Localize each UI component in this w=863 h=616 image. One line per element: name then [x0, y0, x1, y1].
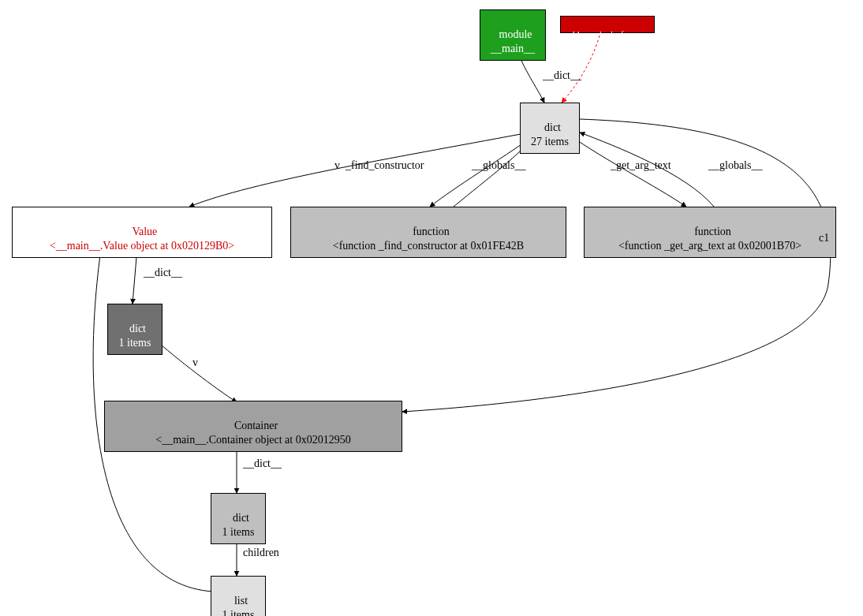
edge-label-children: children	[243, 547, 279, 559]
node-container: Container <__main__.Container object at …	[104, 401, 402, 452]
edge-label-get-arg-text: _get_arg_text	[611, 159, 671, 172]
label: function <function _get_arg_text at 0x02…	[618, 226, 801, 252]
label: Value <__main__.Value object at 0x020129…	[50, 226, 234, 252]
edge-label-v2: v	[192, 357, 198, 369]
label: list 1 items	[222, 595, 255, 616]
node-dict-1a: dict 1 items	[107, 304, 163, 355]
edge-label-find-constructor: _find_constructor	[346, 159, 424, 172]
label: dict 27 items	[531, 121, 569, 147]
label: module __main__	[491, 28, 535, 54]
node-value: Value <__main__.Value object at 0x020129…	[12, 207, 272, 258]
node-function-get-arg-text: function <function _get_arg_text at 0x02…	[584, 207, 836, 258]
edge-label-dict-value: __dict__	[144, 267, 182, 279]
label: function <function _find_constructor at …	[333, 226, 524, 252]
edge-label-c1: c1	[819, 232, 829, 245]
edge-label-dict-container: __dict__	[243, 457, 282, 470]
edge-label-globals-1: __globals__	[472, 159, 525, 172]
node-dict-27: dict 27 items	[520, 103, 580, 154]
node-backreferences: 14 more backreferences	[560, 16, 655, 33]
node-dict-1b: dict 1 items	[211, 493, 266, 544]
label: dict 1 items	[222, 512, 255, 538]
label: Container <__main__.Container object at …	[155, 420, 350, 446]
label: 14 more backreferences	[572, 30, 648, 39]
edge-label-v: v	[334, 159, 340, 172]
edge-label-dict-module: __dict__	[543, 69, 581, 82]
label: dict 1 items	[119, 323, 151, 349]
node-list-1: list 1 items	[211, 576, 266, 616]
edge-label-globals-2: __globals__	[708, 159, 762, 172]
node-module: module __main__	[480, 9, 546, 61]
node-function-find-constructor: function <function _find_constructor at …	[290, 207, 566, 258]
